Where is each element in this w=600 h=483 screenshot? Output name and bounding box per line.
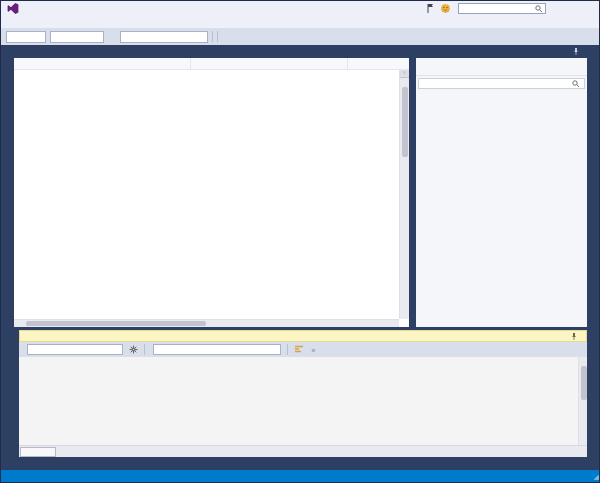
status-bar: ◢	[1, 470, 600, 483]
solution-explorer-header[interactable]	[416, 45, 587, 58]
scrollbar-thumb[interactable]	[402, 87, 408, 157]
clear-console-icon[interactable]	[293, 343, 304, 356]
notifications-flag-icon[interactable]	[427, 4, 435, 13]
package-source-dropdown[interactable]	[27, 344, 123, 355]
stop-icon: ■	[308, 343, 319, 356]
search-icon	[535, 5, 543, 13]
right-tool-strip	[587, 45, 600, 327]
main-toolbar	[1, 28, 600, 45]
solution-platform-dropdown[interactable]	[50, 31, 104, 43]
editor-horizontal-scrollbar[interactable]	[14, 319, 399, 327]
scroll-up-icon[interactable]	[400, 78, 409, 86]
visual-studio-window: ≡	[0, 0, 600, 483]
zoom-level-dropdown[interactable]	[20, 447, 56, 457]
solution-explorer-search-input[interactable]	[419, 80, 572, 87]
menu-bar	[1, 16, 600, 28]
maximize-button[interactable]	[567, 2, 583, 15]
search-icon	[572, 80, 580, 88]
solution-explorer-panel	[416, 58, 587, 327]
solution-explorer-search-box[interactable]	[418, 78, 585, 89]
console-horizontal-scrollbar[interactable]	[57, 447, 586, 457]
code-editor[interactable]: ≡	[14, 58, 409, 327]
editor-splitter-handle[interactable]: ≡	[400, 70, 409, 78]
toolbar-separator	[217, 31, 218, 42]
editor-vertical-scrollbar[interactable]: ≡	[399, 70, 409, 319]
left-tool-strip	[1, 45, 14, 327]
quick-launch-box[interactable]	[458, 3, 546, 14]
breadcrumb-member-dropdown[interactable]	[348, 58, 409, 69]
toolbar-separator	[144, 344, 145, 355]
resize-grip[interactable]: ◢	[594, 473, 599, 481]
default-project-dropdown[interactable]	[153, 344, 281, 355]
editor-navigation-bar	[14, 58, 409, 70]
package-manager-console-header[interactable]	[19, 330, 587, 342]
pmc-toolbar: ■	[19, 342, 587, 357]
scrollbar-thumb[interactable]	[26, 321, 206, 326]
breadcrumb-project-dropdown[interactable]	[14, 58, 191, 69]
close-button[interactable]	[583, 2, 599, 15]
package-manager-console-panel: ■	[19, 330, 587, 457]
breadcrumb-type-dropdown[interactable]	[191, 58, 348, 69]
scroll-down-icon[interactable]	[579, 437, 587, 445]
scroll-left-icon[interactable]	[14, 320, 23, 327]
scrollbar-thumb[interactable]	[581, 366, 587, 400]
minimize-button[interactable]	[551, 2, 567, 15]
title-bar[interactable]	[1, 1, 600, 16]
document-tab-bar	[14, 45, 409, 58]
scroll-right-icon[interactable]	[390, 320, 399, 327]
query-status-dropdown[interactable]	[120, 31, 208, 43]
pin-icon[interactable]	[571, 333, 577, 340]
toolbar-separator	[212, 31, 213, 42]
code-area[interactable]	[14, 70, 399, 319]
pin-icon[interactable]	[573, 48, 579, 55]
scroll-down-icon[interactable]	[400, 311, 409, 319]
console-output[interactable]	[19, 357, 587, 445]
console-zoom-row	[19, 445, 587, 457]
quick-launch-input[interactable]	[461, 5, 535, 12]
console-vertical-scrollbar[interactable]	[578, 357, 587, 445]
toolbar-separator	[287, 344, 288, 355]
package-source-settings-gear-icon[interactable]	[128, 343, 139, 356]
feedback-smiley-icon[interactable]	[441, 4, 450, 13]
solution-explorer-toolbar	[416, 58, 587, 76]
document-overflow-icon[interactable]	[406, 45, 409, 58]
solution-configuration-dropdown[interactable]	[6, 31, 46, 43]
visual-studio-logo-icon	[7, 3, 19, 14]
scroll-up-icon[interactable]	[579, 357, 587, 365]
